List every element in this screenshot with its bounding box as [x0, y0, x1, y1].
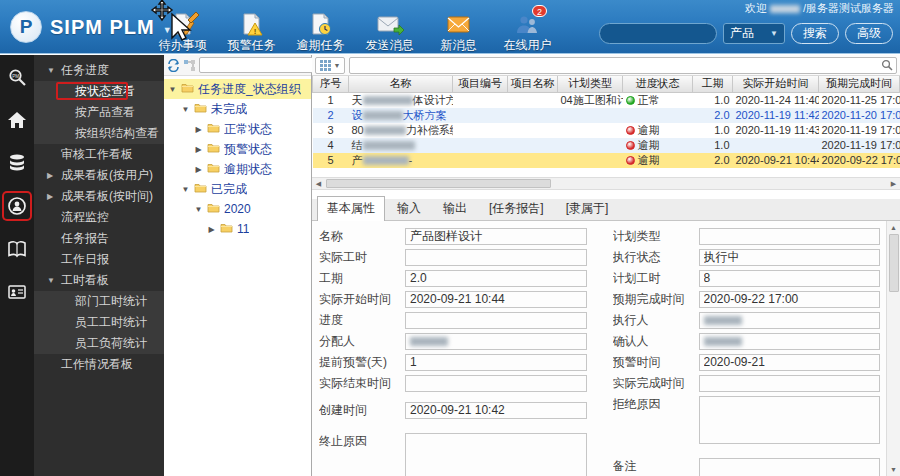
scroll-up-icon[interactable]: ▲: [887, 221, 900, 234]
sidebar-item-任务报告[interactable]: 任务报告: [34, 228, 164, 249]
tree-node-2020[interactable]: ▼2020: [164, 199, 311, 219]
tree-node-11[interactable]: ▶11: [164, 219, 311, 239]
field-textarea[interactable]: [405, 433, 587, 476]
column-header-工期[interactable]: 工期: [693, 76, 733, 92]
field-input[interactable]: [405, 312, 587, 329]
tree-node-预警状态[interactable]: ▶预警状态: [164, 139, 311, 159]
field-input[interactable]: [405, 270, 587, 287]
field-input[interactable]: [405, 228, 587, 245]
sidebar-item-工作日报[interactable]: 工作日报: [34, 249, 164, 270]
new-message-tool[interactable]: 新消息: [424, 12, 493, 54]
todo-tool[interactable]: 待办事项: [148, 12, 217, 54]
sidebar-item-按状态查看[interactable]: 按状态查看: [34, 81, 164, 102]
expanded-arrow-icon[interactable]: ▼: [168, 85, 177, 94]
column-header-项目编号[interactable]: 项目编号: [453, 76, 508, 92]
field-input[interactable]: [405, 375, 587, 392]
column-header-计划类型[interactable]: 计划类型: [558, 76, 623, 92]
search-category-select[interactable]: 产品 ▼: [723, 23, 785, 44]
field-input[interactable]: [699, 354, 881, 371]
database-icon[interactable]: [4, 150, 30, 176]
warning-task-tool[interactable]: !预警任务: [217, 12, 286, 54]
table-row[interactable]: 1天体设计方案04施工图和计算正常1.02020-11-24 11:402020…: [313, 92, 900, 108]
tree-node-已完成[interactable]: ▼已完成: [164, 179, 311, 199]
sidebar-item-审核工作看板[interactable]: 审核工作看板: [34, 144, 164, 165]
table-row[interactable]: 2设大桥方案2.02020-11-19 11:422020-11-20 17:0…: [313, 108, 900, 123]
field-input[interactable]: [699, 375, 881, 392]
sidebar-item-按组织结构查看[interactable]: 按组织结构查看: [34, 123, 164, 144]
field-input[interactable]: [699, 458, 881, 476]
sidebar-item-任务进度[interactable]: ▼任务进度: [34, 60, 164, 81]
dashboard-icon[interactable]: [4, 193, 30, 219]
column-header-名称[interactable]: 名称: [349, 76, 453, 92]
field-value-redacted[interactable]: [699, 312, 881, 329]
field-input[interactable]: [405, 354, 587, 371]
cell-name[interactable]: 结: [349, 138, 453, 153]
tree-node-任务进度_状态组织[interactable]: ▼任务进度_状态组织: [164, 79, 311, 99]
sidebar-item-按产品查看[interactable]: 按产品查看: [34, 102, 164, 123]
field-input[interactable]: [699, 249, 881, 266]
field-input[interactable]: [699, 228, 881, 245]
tree-refresh-icon[interactable]: [167, 58, 180, 73]
sidebar-item-工作情况看板[interactable]: 工作情况看板: [34, 354, 164, 375]
field-input[interactable]: [699, 270, 881, 287]
tree-node-未完成[interactable]: ▼未完成: [164, 99, 311, 119]
field-input[interactable]: [405, 291, 587, 308]
search-button[interactable]: 搜索: [791, 23, 839, 44]
table-row[interactable]: 4结逾期1.02020-11-19 17:00: [313, 138, 900, 153]
send-message-tool[interactable]: 发送消息: [355, 12, 424, 54]
expanded-arrow-icon[interactable]: ▼: [194, 205, 203, 214]
report-card-icon[interactable]: [4, 279, 30, 305]
cell-name[interactable]: 设大桥方案: [349, 108, 453, 123]
vertical-scrollbar[interactable]: ▲ ▼: [886, 221, 900, 476]
sidebar-item-员工工时统计[interactable]: 员工工时统计: [34, 312, 164, 333]
cell-name[interactable]: 天体设计方案: [349, 92, 453, 108]
advanced-search-button[interactable]: 高级: [845, 23, 893, 44]
tab-输入[interactable]: 输入: [387, 196, 431, 220]
field-input[interactable]: [405, 249, 587, 266]
horizontal-scrollbar[interactable]: ◀ ▶: [312, 177, 900, 190]
sidebar-item-员工负荷统计[interactable]: 员工负荷统计: [34, 333, 164, 354]
tab-基本属性[interactable]: 基本属性: [317, 196, 385, 221]
scroll-right-icon[interactable]: ▶: [887, 178, 900, 189]
global-search-input[interactable]: [599, 23, 717, 44]
cell-name[interactable]: 产-: [349, 153, 453, 168]
field-value-redacted[interactable]: [405, 333, 587, 350]
scroll-left-icon[interactable]: ◀: [312, 178, 325, 189]
column-header-实际开始时间[interactable]: 实际开始时间: [733, 76, 819, 92]
online-users-tool[interactable]: 在线用户2: [493, 12, 562, 54]
column-header-项目名称[interactable]: 项目名称: [508, 76, 558, 92]
home-icon[interactable]: [4, 107, 30, 133]
tree-structure-icon[interactable]: [183, 58, 196, 73]
tree-node-逾期状态[interactable]: ▶逾期状态: [164, 159, 311, 179]
tab-输出[interactable]: 输出: [433, 196, 477, 220]
table-row[interactable]: 380力补偿系统逾期1.02020-11-19 11:432020-11-19 …: [313, 123, 900, 138]
collapsed-arrow-icon[interactable]: ▶: [194, 145, 203, 154]
collapsed-arrow-icon[interactable]: ▶: [194, 165, 203, 174]
sidebar-item-成果看板(按用户)[interactable]: ▶成果看板(按用户): [34, 165, 164, 186]
grid-filter-input[interactable]: [352, 59, 879, 72]
sidebar-item-成果看板(按时间)[interactable]: ▶成果看板(按时间): [34, 186, 164, 207]
table-row[interactable]: 5产-逾期2.02020-09-21 10:442020-09-22 17:00: [313, 153, 900, 168]
column-header-序号[interactable]: 序号: [313, 76, 349, 92]
collapsed-arrow-icon[interactable]: ▶: [207, 225, 216, 234]
overdue-task-tool[interactable]: 逾期任务: [286, 12, 355, 54]
collapsed-arrow-icon[interactable]: ▶: [194, 125, 203, 134]
expanded-arrow-icon[interactable]: ▼: [181, 105, 190, 114]
sidebar-item-工时看板[interactable]: ▼工时看板: [34, 270, 164, 291]
tab-任务报告[interactable]: [任务报告]: [479, 196, 554, 220]
field-input[interactable]: [405, 402, 587, 419]
search-icon[interactable]: PM: [4, 64, 30, 90]
cell-name[interactable]: 80力补偿系统: [349, 123, 453, 138]
field-textarea[interactable]: [699, 396, 881, 444]
sidebar-item-部门工时统计[interactable]: 部门工时统计: [34, 291, 164, 312]
tree-node-正常状态[interactable]: ▶正常状态: [164, 119, 311, 139]
magnifier-icon[interactable]: [879, 58, 894, 73]
field-input[interactable]: [699, 291, 881, 308]
column-header-进度状态[interactable]: 进度状态: [623, 76, 693, 92]
field-value-redacted[interactable]: [699, 333, 881, 350]
scroll-down-icon[interactable]: ▼: [887, 463, 900, 476]
sidebar-item-流程监控[interactable]: 流程监控: [34, 207, 164, 228]
column-header-预期完成时间[interactable]: 预期完成时间: [819, 76, 900, 92]
tab-隶属于[interactable]: [隶属于]: [556, 196, 619, 220]
vertical-scroll-thumb[interactable]: [889, 234, 899, 292]
